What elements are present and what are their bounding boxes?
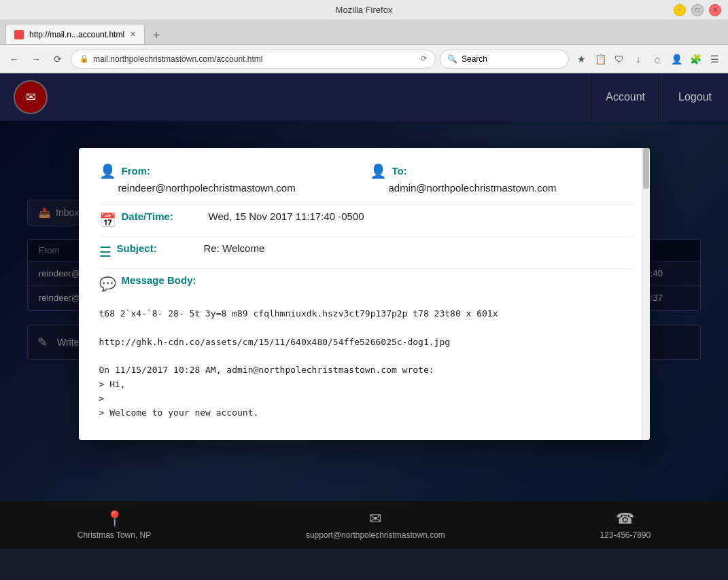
tab-label: http://mail.n...account.html: [29, 30, 124, 39]
minimize-button[interactable]: −: [674, 4, 686, 16]
location-icon: 📍: [105, 510, 124, 528]
message-icon: 💬: [99, 276, 116, 292]
subject-icon: ☰: [99, 244, 111, 260]
footer-phone-text: 123-456-7890: [600, 530, 651, 540]
browser-titlebar: Mozilla Firefox − □ ✕: [0, 0, 728, 20]
app-logo: ✉: [14, 80, 48, 114]
url-text: mail.northpolechristmastown.com/account.…: [93, 54, 417, 64]
profile-icon[interactable]: 👤: [668, 51, 684, 67]
browser-controls: − □ ✕: [674, 4, 721, 16]
browser-tab[interactable]: http://mail.n...account.html ✕: [5, 24, 145, 44]
subject-field: ☰ Subject: Re: Welcome: [99, 242, 634, 260]
search-bar[interactable]: 🔍 Search: [440, 50, 569, 69]
datetime-value: Wed, 15 Nov 2017 11:17:40 -0500: [209, 211, 364, 222]
divider-1: [99, 204, 634, 205]
footer-phone: ☎ 123-456-7890: [600, 510, 651, 540]
home-icon[interactable]: ⌂: [649, 51, 665, 67]
app-header: ✉ Account Logout: [0, 73, 728, 121]
main-content: Elf Webmail Access ✉ 📥 Inbox 📤 Sent From…: [0, 121, 728, 501]
to-header: 👤 To:: [370, 162, 634, 179]
scrollbar-thumb: [643, 148, 649, 189]
secure-icon: 🔒: [80, 54, 89, 63]
menu-icon[interactable]: ☰: [706, 51, 723, 67]
tab-close-icon[interactable]: ✕: [130, 30, 136, 39]
back-button[interactable]: ←: [5, 50, 23, 68]
header-nav: Account Logout: [589, 73, 728, 121]
divider-3: [99, 268, 634, 269]
footer-location: 📍 Christmas Town, NP: [77, 510, 151, 540]
tab-favicon: [14, 30, 24, 39]
modal-overlay[interactable]: 👤 From: reindeer@northpolechristmastown.…: [0, 121, 728, 501]
person-to-icon: 👤: [370, 163, 387, 179]
message-field: 💬 Message Body:: [99, 274, 634, 292]
divider-2: [99, 236, 634, 237]
email-modal: 👤 From: reindeer@northpolechristmastown.…: [79, 148, 650, 440]
to-column: 👤 To: admin@northpolechristmastown.com: [370, 162, 634, 194]
url-bar[interactable]: 🔒 mail.northpolechristmastown.com/accoun…: [71, 50, 436, 69]
account-nav-item[interactable]: Account: [589, 73, 661, 121]
extension-icon[interactable]: 🧩: [687, 51, 704, 67]
from-value: reindeer@northpolechristmastown.com: [99, 182, 363, 194]
from-label: From:: [122, 165, 151, 177]
calendar-icon: 📅: [99, 212, 116, 228]
message-body-content: t68 2`x4-`8- 28- 5t 3y=8 m89 cfqlhmniuxd…: [99, 300, 634, 427]
search-placeholder: Search: [462, 54, 487, 64]
refresh-button[interactable]: ⟳: [49, 50, 67, 68]
bookmark-icon[interactable]: ★: [573, 51, 589, 67]
person-icon: 👤: [99, 163, 116, 179]
phone-icon: ☎: [616, 510, 634, 528]
footer-email: ✉ support@northpolechristmastown.com: [306, 510, 445, 540]
email-footer-icon: ✉: [369, 510, 381, 528]
modal-body: 👤 From: reindeer@northpolechristmastown.…: [79, 148, 650, 440]
shield-icon[interactable]: 🛡: [611, 51, 627, 67]
history-icon[interactable]: 📋: [592, 51, 608, 67]
search-icon: 🔍: [447, 54, 457, 64]
from-to-row: 👤 From: reindeer@northpolechristmastown.…: [99, 162, 634, 194]
subject-label: Subject:: [117, 242, 198, 254]
message-label: Message Body:: [122, 274, 203, 286]
tab-bar: http://mail.n...account.html ✕ +: [0, 20, 728, 45]
footer: 📍 Christmas Town, NP ✉ support@northpole…: [0, 501, 728, 549]
modal-scrollbar[interactable]: [642, 148, 650, 440]
footer-location-text: Christmas Town, NP: [77, 530, 151, 540]
address-bar: ← → ⟳ 🔒 mail.northpolechristmastown.com/…: [0, 45, 728, 73]
datetime-label: Date/Time:: [122, 211, 203, 222]
to-label: To:: [392, 165, 407, 177]
forward-button[interactable]: →: [27, 50, 45, 68]
toolbar-icons: ★ 📋 🛡 ↓ ⌂ 👤 🧩 ☰: [573, 51, 723, 67]
from-header: 👤 From:: [99, 162, 363, 179]
maximize-button[interactable]: □: [691, 4, 704, 16]
logout-nav-item[interactable]: Logout: [661, 73, 728, 121]
close-button[interactable]: ✕: [709, 4, 721, 16]
subject-value: Re: Welcome: [204, 242, 265, 254]
new-tab-button[interactable]: +: [148, 26, 165, 44]
browser-title: Mozilla Firefox: [336, 5, 393, 15]
download-icon[interactable]: ↓: [630, 51, 646, 67]
reload-icon: ⟳: [421, 54, 427, 63]
datetime-field: 📅 Date/Time: Wed, 15 Nov 2017 11:17:40 -…: [99, 211, 634, 228]
to-value: admin@northpolechristmastown.com: [370, 182, 634, 194]
footer-email-text: support@northpolechristmastown.com: [306, 530, 445, 540]
from-column: 👤 From: reindeer@northpolechristmastown.…: [99, 162, 363, 194]
